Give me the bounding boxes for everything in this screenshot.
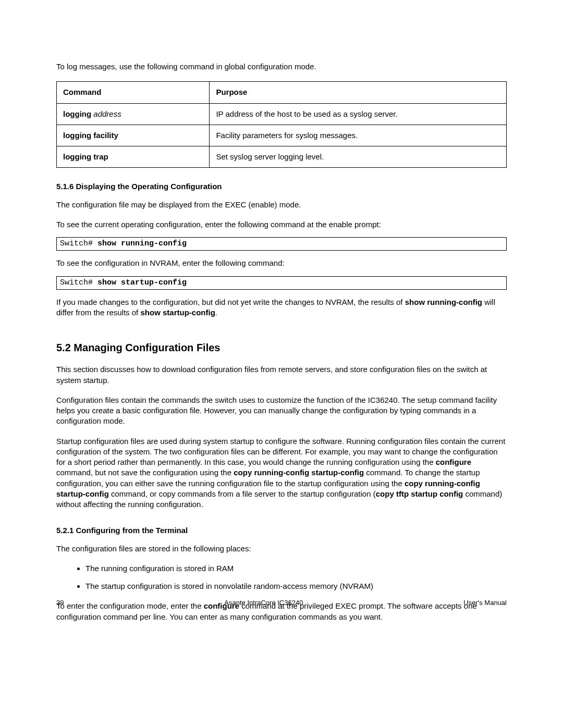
cmd-name: logging xyxy=(63,109,91,118)
paragraph: If you made changes to the configuration… xyxy=(56,297,507,318)
command-table: Command Purpose logging address IP addre… xyxy=(56,81,507,168)
heading-521: 5.2.1 Configuring from the Terminal xyxy=(56,525,507,536)
paragraph: To see the current operating configurati… xyxy=(56,219,507,230)
prompt: Switch# xyxy=(60,239,97,248)
cmd-purpose: Set syslog server logging level. xyxy=(210,146,507,168)
cmd-purpose: IP address of the host to be used as a s… xyxy=(210,103,507,125)
paragraph: The configuration files are stored in th… xyxy=(56,544,507,554)
heading-52: 5.2 Managing Configuration Files xyxy=(56,341,507,355)
heading-516: 5.1.6 Displaying the Operating Configura… xyxy=(56,181,507,192)
code-command: show startup-config xyxy=(97,278,187,287)
cmd-name: logging trap xyxy=(63,152,108,161)
table-header-purpose: Purpose xyxy=(210,82,507,103)
table-row: logging address IP address of the host t… xyxy=(57,103,507,125)
page-footer: 39 Asante IntraCore IC36240 User's Manua… xyxy=(56,598,507,608)
table-row: logging facility Facility parameters for… xyxy=(57,125,507,146)
paragraph: Startup configuration files are used dur… xyxy=(56,436,507,510)
prompt: Switch# xyxy=(60,278,97,287)
paragraph: Configuration files contain the commands… xyxy=(56,395,507,427)
bullet-list: The running configuration is stored in R… xyxy=(56,563,507,592)
cmd-arg: address xyxy=(91,109,121,118)
list-item: The startup configuration is stored in n… xyxy=(85,581,507,591)
paragraph: To see the configuration in NVRAM, enter… xyxy=(56,258,507,268)
code-box: Switch# show running-config xyxy=(56,237,507,251)
intro-paragraph: To log messages, use the following comma… xyxy=(56,61,507,72)
table-header-command: Command xyxy=(57,82,210,103)
list-item: The running configuration is stored in R… xyxy=(85,563,507,574)
code-box: Switch# show startup-config xyxy=(56,276,507,290)
footer-center: Asante IntraCore IC36240 xyxy=(224,598,303,608)
paragraph: This section discusses how to download c… xyxy=(56,364,507,386)
page-content: To log messages, use the following comma… xyxy=(0,0,563,622)
paragraph: The configuration file may be displayed … xyxy=(56,200,507,210)
cmd-purpose: Facility parameters for syslog messages. xyxy=(210,125,507,146)
footer-right: User's Manual xyxy=(463,598,507,608)
code-command: show running-config xyxy=(97,239,187,248)
cmd-name: logging facility xyxy=(63,131,118,140)
page-number: 39 xyxy=(56,598,64,608)
table-row: logging trap Set syslog server logging l… xyxy=(57,146,507,168)
